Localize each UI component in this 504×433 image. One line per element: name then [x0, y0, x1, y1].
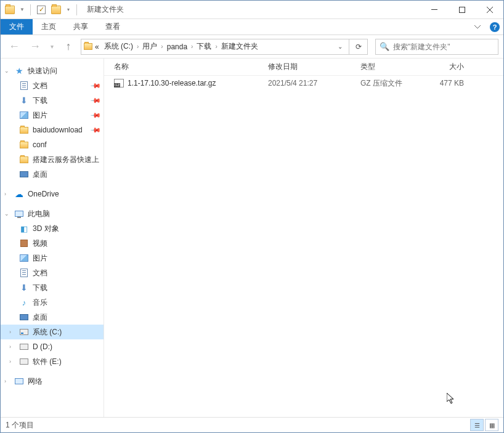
breadcrumb-item[interactable]: 用户 [140, 41, 160, 52]
sidebar-item[interactable]: 桌面 [1, 167, 104, 182]
sidebar-onedrive[interactable]: ›☁OneDrive [1, 187, 104, 201]
minimize-button[interactable] [420, 1, 448, 19]
tab-home[interactable]: 主页 [33, 19, 65, 34]
qat-folder-button[interactable] [49, 3, 63, 17]
tab-file[interactable]: 文件 [1, 19, 33, 34]
file-date: 2021/5/4 21:27 [264, 79, 357, 87]
expand-icon[interactable]: › [9, 344, 15, 350]
column-header-type[interactable]: 类型 [357, 62, 418, 72]
pin-icon: 📌 [89, 109, 101, 121]
sidebar-quick-access[interactable]: ⌄ ★ 快速访问 [1, 63, 104, 78]
music-icon: ♪ [19, 297, 29, 307]
close-button[interactable] [476, 1, 503, 19]
properties-button[interactable]: ✓ [35, 3, 48, 17]
chevron-right-icon[interactable]: › [214, 43, 218, 50]
details-view-button[interactable]: ☰ [470, 419, 484, 431]
sidebar-item-drive-e[interactable]: ›软件 (E:) [1, 354, 104, 369]
column-header-date[interactable]: 修改日期 [264, 62, 357, 72]
sidebar-item[interactable]: 视频 [1, 236, 104, 251]
status-bar: 1 个项目 ☰ ▦ [1, 417, 503, 432]
file-list-pane: 名称 修改日期 类型 大小 1.1-17.10.30-release.tar.g… [104, 59, 503, 417]
sidebar-item[interactable]: 文档 [1, 265, 104, 280]
breadcrumb-prefix: « [92, 42, 102, 51]
ribbon-tabs: 文件 主页 共享 查看 ? [1, 19, 503, 35]
search-input[interactable] [393, 42, 494, 51]
file-row[interactable]: 1.1-17.10.30-release.tar.gz 2021/5/4 21:… [104, 76, 503, 91]
download-icon: ⬇ [19, 95, 29, 105]
expand-icon[interactable]: › [4, 191, 10, 197]
tab-share[interactable]: 共享 [65, 19, 97, 34]
chevron-right-icon[interactable]: › [136, 43, 140, 50]
sidebar-item[interactable]: ◧3D 对象 [1, 221, 104, 236]
chevron-right-icon[interactable]: › [190, 43, 194, 50]
sidebar-item[interactable]: ⬇下载📌 [1, 93, 104, 108]
column-header-size[interactable]: 大小 [418, 62, 468, 72]
sidebar-item[interactable]: 文档📌 [1, 78, 104, 93]
folder-icon [19, 140, 29, 150]
back-button[interactable]: ← [6, 38, 23, 55]
expand-icon[interactable]: › [4, 378, 10, 384]
thispc-icon [14, 209, 24, 219]
ribbon-expand-button[interactable] [469, 19, 486, 34]
expand-icon[interactable]: ⌄ [4, 68, 10, 74]
desktop-icon [19, 169, 29, 179]
breadcrumb-item[interactable]: panda [165, 42, 190, 51]
desktop-icon [19, 312, 29, 322]
recent-dropdown[interactable]: ▾ [47, 38, 56, 55]
folder-icon [84, 43, 92, 50]
breadcrumb-item[interactable]: 系统 (C:) [102, 41, 136, 52]
chevron-right-icon[interactable]: › [160, 43, 164, 50]
up-button[interactable]: ↑ [60, 38, 77, 55]
search-box[interactable]: 🔍 [375, 39, 498, 55]
svg-rect-0 [431, 9, 437, 10]
archive-icon [114, 79, 124, 87]
breadcrumb-item[interactable]: 下载 [194, 41, 214, 52]
drive-icon [19, 342, 29, 352]
address-bar[interactable]: « 系统 (C:)› 用户› panda› 下载› 新建文件夹 ⌄ [81, 39, 349, 55]
folder-icon [19, 155, 29, 164]
folder-icon [3, 3, 17, 17]
sidebar-item[interactable]: ♪音乐 [1, 295, 104, 310]
sidebar-item-drive-d[interactable]: ›D (D:) [1, 339, 104, 354]
breadcrumb-item[interactable]: 新建文件夹 [219, 41, 261, 52]
sidebar-item-drive-c[interactable]: ›系统 (C:) [1, 325, 104, 339]
drive-icon [19, 327, 29, 337]
network-icon [14, 376, 24, 386]
window-title: 新建文件夹 [87, 4, 420, 15]
search-icon: 🔍 [380, 42, 389, 51]
sidebar-item[interactable]: 桌面 [1, 310, 104, 325]
address-dropdown[interactable]: ⌄ [334, 43, 346, 50]
tab-view[interactable]: 查看 [97, 19, 129, 34]
qat-dropdown-2[interactable]: ▾ [64, 3, 73, 17]
expand-icon[interactable]: › [9, 329, 15, 335]
sidebar-item[interactable]: 搭建云服务器快速上 [1, 152, 104, 167]
title-bar: ▼ ✓ ▾ 新建文件夹 [1, 1, 503, 19]
drive-icon [19, 357, 29, 366]
sidebar-item[interactable]: 图片📌 [1, 108, 104, 123]
navigation-pane: ⌄ ★ 快速访问 文档📌 ⬇下载📌 图片📌 baidudownload📌 con… [1, 59, 104, 417]
pin-icon: 📌 [89, 79, 101, 91]
file-type: GZ 压缩文件 [357, 78, 418, 89]
maximize-button[interactable] [448, 1, 476, 19]
column-header-name[interactable]: 名称 [110, 62, 264, 72]
expand-icon[interactable]: › [9, 358, 15, 365]
sidebar-item[interactable]: ⬇下载 [1, 280, 104, 295]
3d-icon: ◧ [19, 224, 29, 233]
icons-view-button[interactable]: ▦ [485, 419, 498, 431]
qat-dropdown[interactable]: ▼ [18, 3, 26, 17]
document-icon [19, 268, 29, 278]
help-button[interactable]: ? [486, 19, 503, 34]
refresh-button[interactable]: ⟳ [349, 39, 368, 55]
sidebar-thispc[interactable]: ⌄此电脑 [1, 206, 104, 221]
file-name: 1.1-17.10.30-release.tar.gz [128, 79, 216, 87]
pin-icon: 📌 [89, 124, 101, 136]
expand-icon[interactable]: ⌄ [4, 211, 10, 217]
forward-button[interactable]: → [26, 38, 44, 55]
sidebar-item[interactable]: baidudownload📌 [1, 123, 104, 137]
sidebar-item[interactable]: 图片 [1, 251, 104, 265]
sidebar-item[interactable]: conf [1, 137, 104, 152]
pin-icon: 📌 [89, 94, 101, 106]
star-icon: ★ [14, 66, 24, 76]
sidebar-network[interactable]: ›网络 [1, 374, 104, 389]
pictures-icon [19, 110, 29, 120]
